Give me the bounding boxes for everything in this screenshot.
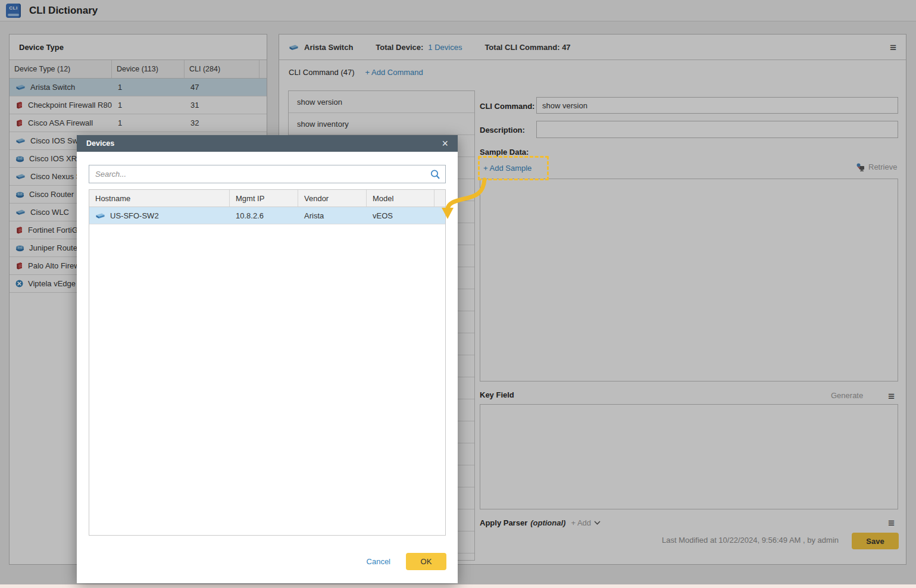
col-vendor[interactable]: Vendor bbox=[298, 190, 367, 207]
devices-modal-header: Devices × bbox=[77, 135, 458, 152]
devices-modal: Devices × Hostname Mgmt IP Vendor Model bbox=[77, 135, 458, 583]
device-search-input[interactable] bbox=[89, 170, 430, 179]
devices-table-header: Hostname Mgmt IP Vendor Model bbox=[89, 190, 445, 207]
col-model[interactable]: Model bbox=[367, 190, 434, 207]
close-icon[interactable]: × bbox=[442, 138, 448, 149]
cancel-button[interactable]: Cancel bbox=[367, 557, 390, 566]
device-model: vEOS bbox=[367, 207, 434, 224]
device-mgmt-ip: 10.8.2.6 bbox=[230, 207, 298, 224]
switch-icon bbox=[95, 212, 105, 219]
device-hostname: US-SFO-SW2 bbox=[110, 211, 159, 220]
device-row-us-sfo-sw2[interactable]: US-SFO-SW2 10.8.2.6 Arista vEOS bbox=[89, 207, 445, 224]
search-icon[interactable] bbox=[430, 169, 440, 180]
col-hostname[interactable]: Hostname bbox=[89, 190, 230, 207]
devices-modal-footer: Cancel OK bbox=[367, 553, 446, 570]
devices-modal-title: Devices bbox=[86, 139, 114, 148]
scrollbar-gutter bbox=[434, 190, 445, 207]
app-root: CLI CLI Dictionary Device Type Device Ty… bbox=[0, 0, 916, 588]
col-mgmt-ip[interactable]: Mgmt IP bbox=[230, 190, 298, 207]
device-vendor: Arista bbox=[298, 207, 367, 224]
ok-button[interactable]: OK bbox=[406, 553, 446, 570]
device-search-box bbox=[89, 165, 446, 183]
devices-table: Hostname Mgmt IP Vendor Model US-SFO-SW2… bbox=[89, 189, 446, 536]
bottom-edge-strip bbox=[0, 584, 916, 588]
